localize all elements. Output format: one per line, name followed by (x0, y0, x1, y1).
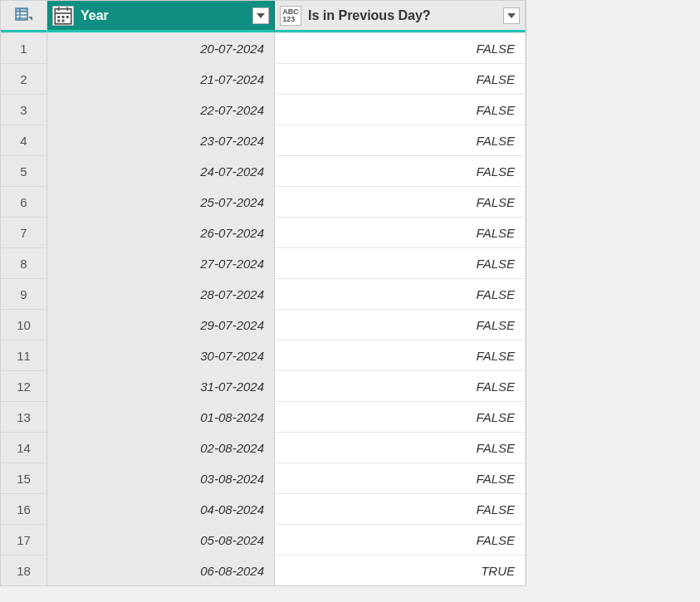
svg-marker-15 (257, 13, 265, 18)
column-header-is-in-previous-day[interactable]: ABC123 Is in Previous Day? (275, 1, 526, 32)
cell-year[interactable]: 28-07-2024 (47, 278, 275, 309)
cell-is-in-previous-day[interactable]: FALSE (275, 309, 526, 340)
table-row[interactable]: 827-07-2024FALSE (1, 247, 526, 278)
cell-is-in-previous-day[interactable]: FALSE (275, 217, 526, 247)
any-type-icon: ABC123 (280, 6, 301, 26)
row-number[interactable]: 10 (1, 309, 47, 340)
table-row[interactable]: 322-07-2024FALSE (1, 94, 526, 125)
row-number[interactable]: 5 (1, 155, 47, 186)
row-number[interactable]: 14 (1, 432, 47, 463)
table-row[interactable]: 1806-08-2024TRUE (1, 555, 526, 585)
table-row[interactable]: 1130-07-2024FALSE (1, 340, 526, 370)
table-row[interactable]: 1402-08-2024FALSE (1, 432, 526, 463)
row-number[interactable]: 1 (1, 32, 47, 63)
cell-is-in-previous-day[interactable]: FALSE (275, 186, 526, 217)
cell-is-in-previous-day[interactable]: FALSE (275, 463, 526, 493)
cell-year[interactable]: 21-07-2024 (47, 63, 275, 94)
cell-is-in-previous-day[interactable]: FALSE (275, 32, 526, 63)
row-number[interactable]: 6 (1, 186, 47, 217)
cell-year[interactable]: 29-07-2024 (47, 309, 275, 340)
row-number[interactable]: 16 (1, 493, 47, 524)
column-label: Is in Previous Day? (308, 8, 503, 23)
row-number[interactable]: 3 (1, 94, 47, 125)
filter-button-year[interactable] (252, 7, 269, 24)
cell-is-in-previous-day[interactable]: FALSE (275, 524, 526, 555)
row-number[interactable]: 11 (1, 340, 47, 370)
row-number[interactable]: 4 (1, 125, 47, 155)
row-number[interactable]: 2 (1, 63, 47, 94)
table-row[interactable]: 1029-07-2024FALSE (1, 309, 526, 340)
cell-is-in-previous-day[interactable]: FALSE (275, 340, 526, 370)
table-row[interactable]: 726-07-2024FALSE (1, 217, 526, 247)
table-row[interactable]: 423-07-2024FALSE (1, 125, 526, 155)
cell-year[interactable]: 25-07-2024 (47, 186, 275, 217)
cell-is-in-previous-day[interactable]: FALSE (275, 493, 526, 524)
svg-rect-11 (62, 16, 65, 18)
table-row[interactable]: 120-07-2024FALSE (1, 32, 526, 63)
row-number[interactable]: 13 (1, 401, 47, 432)
cell-year[interactable]: 27-07-2024 (47, 247, 275, 278)
cell-year[interactable]: 03-08-2024 (47, 463, 275, 493)
svg-marker-16 (507, 13, 516, 18)
svg-rect-14 (62, 19, 65, 22)
cell-is-in-previous-day[interactable]: TRUE (275, 555, 526, 585)
cell-year[interactable]: 01-08-2024 (47, 401, 275, 432)
table-row[interactable]: 1231-07-2024FALSE (1, 370, 526, 401)
row-number[interactable]: 15 (1, 463, 47, 493)
dropdown-caret-icon (28, 17, 32, 21)
cell-year[interactable]: 23-07-2024 (47, 125, 275, 155)
header-row: Year ABC123 Is in Previous Day? (1, 1, 526, 32)
table-row[interactable]: 524-07-2024FALSE (1, 155, 526, 186)
cell-year[interactable]: 26-07-2024 (47, 217, 275, 247)
cell-year[interactable]: 30-07-2024 (47, 340, 275, 370)
table-row[interactable]: 1301-08-2024FALSE (1, 401, 526, 432)
cell-year[interactable]: 31-07-2024 (47, 370, 275, 401)
date-type-icon (52, 6, 74, 26)
cell-is-in-previous-day[interactable]: FALSE (275, 370, 526, 401)
column-header-year[interactable]: Year (47, 1, 275, 32)
table-row[interactable]: 1503-08-2024FALSE (1, 463, 526, 493)
rows-container: 120-07-2024FALSE221-07-2024FALSE322-07-2… (1, 32, 526, 585)
cell-is-in-previous-day[interactable]: FALSE (275, 247, 526, 278)
cell-is-in-previous-day[interactable]: FALSE (275, 432, 526, 463)
cell-is-in-previous-day[interactable]: FALSE (275, 125, 526, 155)
data-grid: Year ABC123 Is in Previous Day? 120-07-2… (0, 0, 526, 586)
svg-rect-12 (66, 16, 69, 18)
cell-year[interactable]: 02-08-2024 (47, 432, 275, 463)
cell-year[interactable]: 24-07-2024 (47, 155, 275, 186)
cell-year[interactable]: 05-08-2024 (47, 524, 275, 555)
cell-year[interactable]: 20-07-2024 (47, 32, 275, 63)
select-all-corner[interactable] (1, 1, 47, 32)
column-label: Year (81, 8, 252, 23)
cell-year[interactable]: 06-08-2024 (47, 555, 275, 585)
cell-is-in-previous-day[interactable]: FALSE (275, 155, 526, 186)
table-row[interactable]: 928-07-2024FALSE (1, 278, 526, 309)
row-number[interactable]: 18 (1, 555, 47, 585)
row-number[interactable]: 12 (1, 370, 47, 401)
cell-is-in-previous-day[interactable]: FALSE (275, 94, 526, 125)
svg-rect-10 (57, 16, 60, 18)
cell-year[interactable]: 04-08-2024 (47, 493, 275, 524)
row-number[interactable]: 9 (1, 278, 47, 309)
row-number[interactable]: 8 (1, 247, 47, 278)
table-row[interactable]: 221-07-2024FALSE (1, 63, 526, 94)
row-number[interactable]: 7 (1, 217, 47, 247)
cell-is-in-previous-day[interactable]: FALSE (275, 63, 526, 94)
svg-rect-13 (57, 19, 60, 22)
table-icon (15, 7, 28, 23)
table-row[interactable]: 625-07-2024FALSE (1, 186, 526, 217)
svg-rect-5 (16, 8, 27, 12)
cell-is-in-previous-day[interactable]: FALSE (275, 278, 526, 309)
filter-button-prev[interactable] (503, 7, 520, 24)
cell-year[interactable]: 22-07-2024 (47, 94, 275, 125)
cell-is-in-previous-day[interactable]: FALSE (275, 401, 526, 432)
table-row[interactable]: 1705-08-2024FALSE (1, 524, 526, 555)
row-number[interactable]: 17 (1, 524, 47, 555)
table-row[interactable]: 1604-08-2024FALSE (1, 493, 526, 524)
